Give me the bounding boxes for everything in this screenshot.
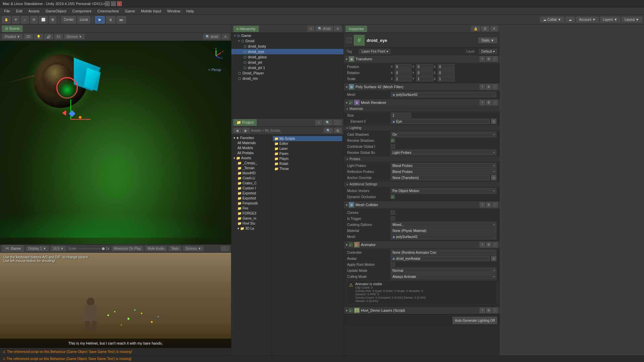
proj-all-prefabs[interactable]: All Prefabs: [231, 150, 271, 156]
mesh-renderer-menu[interactable]: ⋮: [492, 100, 498, 105]
motion-vectors-dropdown[interactable]: Per Object Motion ▾: [391, 188, 496, 193]
mesh-collider-header[interactable]: ▾ ⊞ Mesh Collider ? ⚙ ⋮: [344, 201, 500, 208]
project-search-btn[interactable]: 🔍: [324, 128, 333, 133]
menu-edit[interactable]: Edit: [13, 8, 25, 14]
proj-all-materials[interactable]: All Materials: [231, 140, 271, 145]
hierarchy-item-droid-player[interactable]: ⬡ Droid_Player: [231, 70, 343, 76]
animator-avatar-field[interactable]: ◈ droid_eyeAvatar: [391, 256, 490, 261]
inspector-tab[interactable]: Inspector: [346, 26, 367, 32]
proj-terrain[interactable]: 📁 _Terrain: [231, 166, 271, 171]
step-button[interactable]: ⏭: [117, 16, 126, 23]
collab-button[interactable]: ☁ Collab ▼: [540, 17, 564, 22]
tag-dropdown[interactable]: Laser Fire Point ▾: [359, 49, 390, 54]
lighting-subheader[interactable]: ▾ Lighting: [344, 125, 500, 130]
close-button[interactable]: ×: [117, 1, 122, 6]
menu-help[interactable]: Help: [184, 8, 197, 14]
hierarchy-item-droid-body[interactable]: ⬡ droid_body: [231, 44, 343, 49]
hierarchy-item-droid-rim[interactable]: ⬡ droid_rim: [231, 76, 343, 81]
cloud-button[interactable]: ☁: [566, 17, 575, 22]
project-add[interactable]: +: [315, 120, 322, 125]
menu-window[interactable]: Window: [164, 8, 183, 14]
tool-hand[interactable]: ✋: [2, 16, 11, 23]
rot-z-input[interactable]: [438, 70, 454, 75]
receive-gi-dropdown[interactable]: Light Probes ▾: [391, 150, 496, 155]
menu-cinemachine[interactable]: Cinemachine: [95, 8, 121, 14]
proj-fire[interactable]: 📁 Fire: [231, 206, 271, 211]
convex-checkbox[interactable]: [391, 210, 395, 215]
mesh-filter-menu[interactable]: ⋮: [492, 84, 498, 89]
contribute-gi-checkbox[interactable]: [391, 144, 395, 148]
animator-menu[interactable]: ⋮: [492, 242, 498, 247]
scene-gizmos-dropdown[interactable]: Gizmos ▼: [64, 34, 85, 39]
additional-settings-subheader[interactable]: ▾ Additional Settings: [344, 182, 500, 187]
collider-mesh-field[interactable]: ◈ polySurface42: [391, 234, 496, 239]
receive-shadows-checkbox[interactable]: [391, 138, 395, 142]
pos-y-input[interactable]: [416, 64, 433, 69]
hierarchy-item-droid-jet[interactable]: ⬡ droid_jet: [231, 60, 343, 65]
display-dropdown[interactable]: Display 1 ▼: [26, 246, 49, 251]
transform-menu[interactable]: ⋮: [492, 56, 498, 62]
transform-info[interactable]: ?: [480, 56, 485, 62]
restore-button[interactable]: □: [111, 1, 116, 6]
proj-crates[interactable]: 📁 Crates_C: [231, 181, 271, 186]
materials-subheader[interactable]: ▾ Materials: [344, 106, 500, 111]
rot-y-input[interactable]: [416, 70, 433, 75]
proj-3dla[interactable]: ▾ 📁 3D La: [231, 226, 271, 231]
project-search[interactable]: 🔍: [323, 120, 332, 125]
scene-tab[interactable]: ⊙ Scene: [2, 25, 22, 32]
game-gizmos-dropdown[interactable]: Gizmos ▼: [183, 246, 204, 251]
script-settings[interactable]: ⚙: [486, 308, 491, 313]
project-toggle[interactable]: ⊞: [334, 128, 341, 133]
mesh-filter-mesh-value[interactable]: ◈ polySurface42: [391, 92, 496, 97]
sc-y-input[interactable]: [416, 76, 433, 81]
hierarchy-item-game[interactable]: ▾ ⊙ Game: [231, 33, 343, 38]
proj-custom[interactable]: 📁 Custom I: [231, 186, 271, 191]
update-mode-dropdown[interactable]: Normal ▾: [391, 268, 496, 273]
script-menu[interactable]: ⋮: [492, 308, 498, 313]
mesh-filter-settings[interactable]: ⚙: [486, 84, 491, 89]
hierarchy-search[interactable]: 🔍 droid: [316, 26, 333, 31]
animator-settings[interactable]: ⚙: [486, 242, 491, 247]
game-menu-btn[interactable]: ⋮: [221, 246, 229, 251]
script-info[interactable]: ?: [480, 308, 485, 313]
animator-controller-field[interactable]: None (Runtime Animator Con: [391, 250, 496, 255]
proj-main-throw[interactable]: 📁 Throw: [273, 166, 342, 171]
materials-size-input[interactable]: [391, 113, 411, 118]
2d-button[interactable]: 2D: [24, 34, 33, 39]
scale-slider[interactable]: [78, 248, 105, 249]
game-tab[interactable]: 🎮 Game: [2, 245, 24, 252]
pause-button[interactable]: ⏸: [106, 16, 115, 23]
mesh-renderer-settings[interactable]: ⚙: [486, 100, 491, 105]
proj-all-models[interactable]: All Models: [231, 145, 271, 150]
mesh-renderer-header[interactable]: ▾ ⊞ Mesh Renderer ? ⚙ ⋮: [344, 99, 500, 106]
mute-audio[interactable]: Mute Audio: [145, 246, 167, 251]
project-nav-back[interactable]: ◀: [233, 128, 241, 133]
inspector-close[interactable]: ✕: [490, 26, 498, 31]
auto-generate-button[interactable]: Auto Generate Lighting Off: [452, 317, 497, 324]
layer-dropdown[interactable]: Default ▾: [479, 49, 497, 54]
project-nav-forward[interactable]: ▶: [242, 128, 250, 133]
proj-assets[interactable]: ▾ 📁 Assets: [231, 156, 271, 161]
mesh-collider-info[interactable]: ?: [480, 202, 485, 207]
menu-mobile-input[interactable]: Mobile Input: [139, 8, 164, 14]
proj-main-rotation[interactable]: 📁 Rotati: [273, 161, 342, 166]
object-enabled-checkbox[interactable]: [346, 38, 352, 43]
proj-exported2[interactable]: 📁 Exported: [231, 196, 271, 201]
static-button[interactable]: Static ▼: [478, 38, 497, 43]
proj-bloodhd[interactable]: 📁 bloodHD: [231, 171, 271, 176]
project-tab[interactable]: 📁 Project: [233, 119, 257, 126]
project-options[interactable]: ⋮: [333, 120, 341, 125]
proj-favorites[interactable]: ▾ ★ Favorites: [231, 135, 271, 140]
culling-mode-dropdown[interactable]: Always Animate ▾: [391, 274, 496, 279]
cast-shadows-dropdown[interactable]: On ▾: [391, 132, 496, 137]
hierarchy-close[interactable]: ✕: [334, 26, 341, 31]
account-button[interactable]: Account ▼: [576, 17, 599, 22]
pos-z-input[interactable]: [438, 64, 454, 69]
scene-close-button[interactable]: ✕: [222, 34, 229, 39]
proj-crash[interactable]: 📁 Crash-Li: [231, 176, 271, 181]
game-canvas[interactable]: Use the keyboard buttons A/S and D/F- to…: [0, 253, 231, 348]
inspector-menu[interactable]: ☰: [481, 26, 489, 31]
scene-fx-button[interactable]: Fx: [54, 34, 63, 39]
element0-menu[interactable]: ◎: [491, 119, 496, 124]
mesh-collider-settings[interactable]: ⚙: [486, 202, 491, 207]
